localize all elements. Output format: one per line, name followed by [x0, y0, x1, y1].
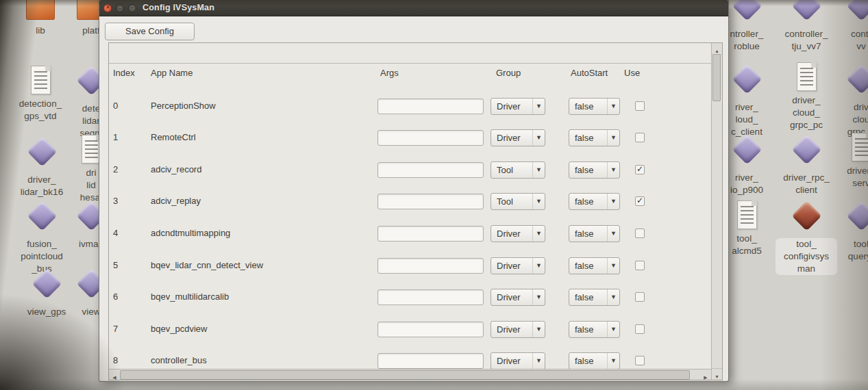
use-checkbox[interactable] — [635, 133, 645, 142]
use-checkbox[interactable] — [635, 165, 645, 174]
row-index: 8 — [113, 355, 118, 365]
autostart-select-value: false — [575, 196, 593, 207]
group-select[interactable]: Driver ▼ — [491, 289, 545, 306]
args-input[interactable] — [377, 130, 484, 146]
save-config-button[interactable]: Save Config — [105, 23, 195, 40]
group-select[interactable]: Tool ▼ — [491, 193, 545, 210]
table-row: 2 adciv_record Tool ▼ false ▼ — [109, 154, 702, 186]
group-select[interactable]: Driver ▼ — [491, 129, 545, 146]
autostart-select[interactable]: false ▼ — [569, 225, 620, 242]
use-checkbox[interactable] — [635, 292, 645, 302]
desktop-icon-label: tool_configivsysman — [776, 238, 837, 275]
autostart-select[interactable]: false ▼ — [569, 321, 620, 338]
autostart-select[interactable]: false ▼ — [569, 98, 620, 115]
autostart-select-value: false — [575, 229, 593, 239]
window-titlebar[interactable]: Config IVSysMan — [99, 0, 728, 16]
desktop-icon[interactable]: driver_cloud_grpc_pc — [776, 62, 837, 131]
chevron-down-icon: ▼ — [532, 322, 545, 337]
args-input[interactable] — [377, 289, 484, 305]
diamond-icon — [731, 68, 762, 100]
table-row: 0 PerceptionShow Driver ▼ false ▼ — [109, 90, 702, 122]
table-row: 3 adciv_replay Tool ▼ false ▼ — [109, 185, 702, 218]
row-app-name: controller_bus — [151, 355, 207, 365]
args-input[interactable] — [377, 194, 484, 209]
row-index: 4 — [113, 228, 118, 238]
use-checkbox[interactable] — [635, 101, 645, 111]
autostart-select[interactable]: false ▼ — [569, 193, 620, 210]
args-input[interactable] — [377, 99, 484, 114]
scroll-right-arrow-icon[interactable] — [700, 369, 711, 380]
vertical-scrollbar-thumb[interactable] — [712, 54, 721, 101]
chevron-down-icon: ▼ — [532, 289, 545, 305]
document-icon — [25, 65, 56, 96]
use-checkbox[interactable] — [635, 356, 645, 365]
use-checkbox[interactable] — [635, 261, 645, 270]
close-button[interactable] — [103, 4, 112, 12]
document-icon — [791, 62, 822, 93]
scroll-up-arrow-icon[interactable] — [712, 43, 722, 55]
group-select[interactable]: Driver ▼ — [491, 98, 545, 115]
header-divider — [109, 63, 711, 64]
horizontal-scrollbar-thumb[interactable] — [120, 370, 690, 380]
row-app-name: adciv_replay — [151, 196, 201, 206]
group-select[interactable]: Driver ▼ — [491, 257, 545, 274]
table-row: 6 bqev_multilidarcalib Driver ▼ false ▼ — [109, 281, 702, 313]
group-select-value: Driver — [497, 292, 521, 302]
maximize-button[interactable] — [128, 4, 136, 12]
autostart-select[interactable]: false ▼ — [569, 161, 620, 179]
group-select[interactable]: Driver ▼ — [491, 225, 545, 242]
chevron-down-icon: ▼ — [532, 162, 545, 178]
vertical-scrollbar[interactable] — [711, 43, 722, 380]
chevron-down-icon: ▼ — [607, 226, 619, 242]
desktop-icon[interactable]: drivclougrpc_s — [830, 64, 868, 138]
diamond-icon — [26, 205, 58, 237]
desktop-icon-label: toolqueryr — [830, 238, 868, 263]
desktop-icon[interactable]: tool_configivsysman — [776, 200, 837, 275]
desktop-icon[interactable]: toolqueryr — [830, 200, 868, 263]
group-select[interactable]: Tool ▼ — [491, 161, 545, 179]
use-checkbox[interactable] — [635, 196, 645, 206]
scroll-left-arrow-icon[interactable] — [109, 369, 120, 380]
row-index: 7 — [113, 324, 118, 334]
minimize-button[interactable] — [116, 4, 124, 12]
args-input[interactable] — [377, 162, 484, 178]
desktop-icon-label: driver_cloud_grpc_pc — [776, 94, 837, 131]
group-select[interactable]: Driver ▼ — [491, 321, 545, 338]
autostart-select-value: false — [575, 101, 593, 112]
autostart-select[interactable]: false ▼ — [569, 352, 620, 369]
desktop-icon[interactable]: driver_serv — [830, 132, 868, 190]
use-checkbox[interactable] — [635, 324, 645, 334]
autostart-select[interactable]: false ▼ — [569, 257, 620, 274]
diamond-icon — [791, 0, 822, 27]
diamond-icon — [791, 139, 822, 170]
desktop-icon[interactable]: controller_tju_vv7 — [776, 0, 837, 53]
column-header-app-name: App Name — [151, 68, 193, 78]
column-header-group: Group — [496, 68, 521, 78]
config-window: Config IVSysMan Save Config Index App Na… — [99, 0, 729, 382]
column-header-autostart: AutoStart — [571, 68, 608, 78]
args-input[interactable] — [377, 353, 484, 369]
autostart-select-value: false — [575, 261, 593, 271]
args-input[interactable] — [377, 226, 484, 242]
autostart-select[interactable]: false ▼ — [569, 129, 620, 146]
group-select-value: Tool — [497, 165, 513, 175]
column-header-args: Args — [380, 68, 399, 78]
diamond-icon — [731, 0, 762, 27]
document-icon — [731, 200, 762, 231]
desktop-icon[interactable]: driver_rpc_client — [776, 134, 837, 196]
args-input[interactable] — [377, 322, 484, 337]
group-select[interactable]: Driver ▼ — [491, 352, 545, 369]
chevron-down-icon: ▼ — [532, 353, 545, 369]
autostart-select-value: false — [575, 324, 593, 335]
scroll-down-arrow-icon[interactable] — [712, 368, 722, 380]
autostart-select[interactable]: false ▼ — [569, 289, 620, 306]
diamond-icon — [731, 139, 762, 170]
row-app-name: RemoteCtrl — [151, 132, 196, 142]
desktop-icon[interactable]: contrvv — [830, 0, 868, 53]
use-checkbox[interactable] — [635, 229, 645, 238]
args-input[interactable] — [377, 258, 484, 274]
chevron-down-icon: ▼ — [607, 99, 619, 114]
chevron-down-icon: ▼ — [607, 322, 619, 337]
group-select-value: Tool — [497, 196, 513, 207]
horizontal-scrollbar[interactable] — [109, 369, 711, 380]
